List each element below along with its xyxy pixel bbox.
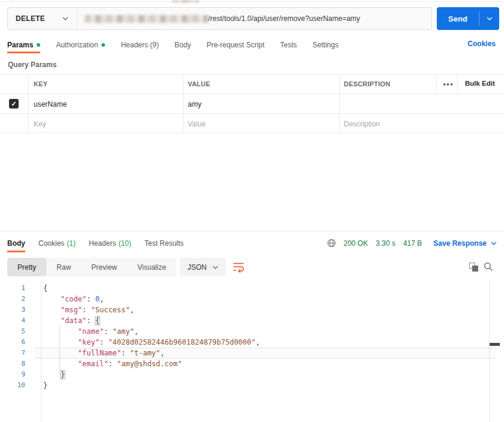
postman-request-view: DELETE /rest/tools/1.0/api/user/remove?u… [0,0,504,422]
code-line-text: { [41,283,47,294]
tab-headers[interactable]: Headers (9) [121,36,158,53]
line-number: 1 [0,283,41,294]
request-tabs: Params Authorization Headers (9) Body Pr… [7,36,338,53]
response-tab-headers[interactable]: Headers (10) [89,234,131,252]
more-options-icon[interactable]: ●●● [442,82,455,87]
wrap-lines-icon [232,261,245,273]
code-line-text: } [41,380,47,391]
response-tab-test-results[interactable]: Test Results [145,234,184,252]
tab-body-label: Body [175,41,191,49]
line-number: 9 [0,369,41,380]
line-number: 3 [0,305,41,315]
response-meta: 200 OK 3.30 s 417 B Save Response [327,234,497,252]
view-raw[interactable]: Raw [46,258,81,276]
send-split-button: Send [437,7,499,30]
code-line[interactable]: 5 "name": "amy", [0,326,504,337]
line-number: 2 [0,294,41,305]
headers-count-badge: (10) [118,239,131,248]
response-tab-cookies-label: Cookies [38,239,64,248]
send-button[interactable]: Send [437,7,479,30]
top-tick [13,0,13,2]
code-line[interactable]: 4 "data": { [0,315,504,326]
view-raw-label: Raw [56,263,71,272]
redacted-url-host [85,15,208,23]
tab-settings[interactable]: Settings [313,36,338,53]
url-bar: DELETE /rest/tools/1.0/api/user/remove?u… [7,7,432,30]
table-border [183,74,184,132]
view-pretty[interactable]: Pretty [7,258,46,276]
tab-pre-request-script[interactable]: Pre-request Script [206,36,265,53]
param-enabled-checkbox[interactable]: ✓ [9,99,19,108]
response-body-editor[interactable]: 1{2 "code": 0,3 "msg": "Success",4 "data… [0,279,504,422]
tab-authorization[interactable]: Authorization [56,36,105,53]
new-param-value-input[interactable]: Value [188,120,206,128]
search-response-button[interactable] [484,262,493,272]
code-line[interactable]: 9 } [0,369,504,380]
view-visualize-label: Visualize [137,263,166,272]
column-header-key: KEY [34,80,47,88]
status-badge: 200 OK [344,239,368,248]
code-line-text: } [41,369,65,380]
table-border [0,94,504,94]
response-tab-body-label: Body [7,239,25,248]
send-options-button[interactable] [479,7,499,30]
response-format-dropdown[interactable]: JSON [180,258,226,276]
column-header-value: VALUE [188,80,210,88]
code-line-text: "code": 0, [41,294,104,305]
wrap-lines-button[interactable] [232,261,247,273]
view-preview[interactable]: Preview [81,258,127,276]
table-border [28,74,29,132]
chevron-down-icon [487,17,493,20]
tab-params[interactable]: Params [7,36,40,53]
code-line[interactable]: 1{ [0,283,504,294]
code-line-text: "email": "amy@shdsd.com" [41,358,182,369]
network-globe-icon[interactable] [327,239,336,248]
new-param-key-input[interactable]: Key [34,120,46,128]
code-line-text: "key": "4028d02582446b9601824879b75d0000… [41,337,260,348]
response-divider [0,231,504,231]
code-line[interactable]: 10} [0,380,504,391]
tab-settings-label: Settings [313,41,338,49]
code-line-text: "msg": "Success", [41,305,134,315]
line-number: 10 [0,380,41,391]
tab-tests[interactable]: Tests [280,36,297,53]
line-number: 6 [0,337,41,348]
method-selector[interactable]: DELETE [8,8,77,29]
cookies-link[interactable]: Cookies [467,40,496,48]
tab-params-label: Params [7,41,33,49]
url-path-text: /rest/tools/1.0/api/user/remove?userName… [208,14,360,23]
line-number: 8 [0,358,41,369]
table-border [436,74,437,94]
code-line[interactable]: 3 "msg": "Success", [0,305,504,315]
tab-body[interactable]: Body [175,36,191,53]
param-key-cell[interactable]: userName [34,100,67,108]
copy-response-button[interactable] [469,263,478,272]
view-preview-label: Preview [91,263,117,272]
new-param-description-input[interactable]: Description [344,120,380,128]
code-line[interactable]: 8 "email": "amy@shdsd.com" [0,358,504,369]
bulk-edit-button[interactable]: Bulk Edit [465,80,495,87]
code-line-text: "fullName": "t-amy", [41,348,164,358]
query-params-table: KEY VALUE DESCRIPTION ●●● Bulk Edit ✓ us… [0,74,504,133]
response-tab-body[interactable]: Body [7,234,25,252]
chevron-down-icon [62,17,68,20]
table-border [0,132,504,133]
response-view-switcher: Pretty Raw Preview Visualize [7,258,176,276]
query-params-label: Query Params [8,61,56,69]
param-value-cell[interactable]: amy [188,100,202,108]
method-label: DELETE [16,14,45,23]
code-line[interactable]: 7 "fullName": "t-amy", [0,348,504,358]
save-response-button[interactable]: Save Response [433,239,497,248]
response-format-label: JSON [187,263,206,272]
code-lines: 1{2 "code": 0,3 "msg": "Success",4 "data… [0,283,504,391]
url-input[interactable]: /rest/tools/1.0/api/user/remove?userName… [77,8,431,29]
code-line[interactable]: 2 "code": 0, [0,294,504,305]
code-line[interactable]: 6 "key": "4028d02582446b9601824879b75d00… [0,337,504,348]
authorization-status-dot [101,43,105,47]
response-tab-cookies[interactable]: Cookies (1) [38,234,76,252]
tab-authorization-label: Authorization [56,41,98,49]
code-line-text: "data": { [41,315,100,326]
view-visualize[interactable]: Visualize [127,258,176,276]
redacted-tab-title [172,0,199,2]
response-tab-headers-label: Headers [89,239,116,248]
